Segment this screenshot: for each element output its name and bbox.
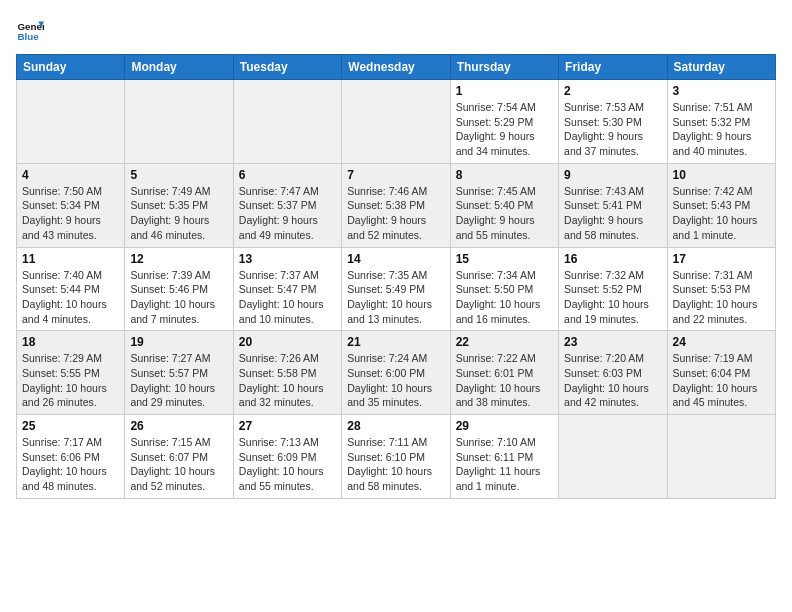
day-number: 16 <box>564 252 661 266</box>
day-info: Sunrise: 7:22 AM Sunset: 6:01 PM Dayligh… <box>456 351 553 410</box>
calendar-day-cell <box>125 80 233 164</box>
day-number: 25 <box>22 419 119 433</box>
calendar-day-cell: 5Sunrise: 7:49 AM Sunset: 5:35 PM Daylig… <box>125 163 233 247</box>
day-info: Sunrise: 7:47 AM Sunset: 5:37 PM Dayligh… <box>239 184 336 243</box>
calendar-day-cell: 18Sunrise: 7:29 AM Sunset: 5:55 PM Dayli… <box>17 331 125 415</box>
calendar-table: SundayMondayTuesdayWednesdayThursdayFrid… <box>16 54 776 499</box>
day-number: 27 <box>239 419 336 433</box>
day-info: Sunrise: 7:19 AM Sunset: 6:04 PM Dayligh… <box>673 351 770 410</box>
calendar-header-row: SundayMondayTuesdayWednesdayThursdayFrid… <box>17 55 776 80</box>
calendar-week-row: 4Sunrise: 7:50 AM Sunset: 5:34 PM Daylig… <box>17 163 776 247</box>
day-number: 19 <box>130 335 227 349</box>
calendar-day-cell: 26Sunrise: 7:15 AM Sunset: 6:07 PM Dayli… <box>125 415 233 499</box>
day-info: Sunrise: 7:32 AM Sunset: 5:52 PM Dayligh… <box>564 268 661 327</box>
day-number: 18 <box>22 335 119 349</box>
day-info: Sunrise: 7:27 AM Sunset: 5:57 PM Dayligh… <box>130 351 227 410</box>
weekday-header: Thursday <box>450 55 558 80</box>
day-info: Sunrise: 7:50 AM Sunset: 5:34 PM Dayligh… <box>22 184 119 243</box>
calendar-day-cell: 10Sunrise: 7:42 AM Sunset: 5:43 PM Dayli… <box>667 163 775 247</box>
day-number: 3 <box>673 84 770 98</box>
day-number: 26 <box>130 419 227 433</box>
day-info: Sunrise: 7:51 AM Sunset: 5:32 PM Dayligh… <box>673 100 770 159</box>
day-info: Sunrise: 7:35 AM Sunset: 5:49 PM Dayligh… <box>347 268 444 327</box>
calendar-day-cell: 4Sunrise: 7:50 AM Sunset: 5:34 PM Daylig… <box>17 163 125 247</box>
day-info: Sunrise: 7:37 AM Sunset: 5:47 PM Dayligh… <box>239 268 336 327</box>
day-number: 14 <box>347 252 444 266</box>
calendar-week-row: 11Sunrise: 7:40 AM Sunset: 5:44 PM Dayli… <box>17 247 776 331</box>
day-info: Sunrise: 7:46 AM Sunset: 5:38 PM Dayligh… <box>347 184 444 243</box>
calendar-day-cell: 1Sunrise: 7:54 AM Sunset: 5:29 PM Daylig… <box>450 80 558 164</box>
day-number: 28 <box>347 419 444 433</box>
day-number: 9 <box>564 168 661 182</box>
calendar-day-cell: 12Sunrise: 7:39 AM Sunset: 5:46 PM Dayli… <box>125 247 233 331</box>
day-number: 24 <box>673 335 770 349</box>
logo-icon: General Blue <box>16 16 44 44</box>
day-number: 4 <box>22 168 119 182</box>
calendar-day-cell: 21Sunrise: 7:24 AM Sunset: 6:00 PM Dayli… <box>342 331 450 415</box>
day-info: Sunrise: 7:34 AM Sunset: 5:50 PM Dayligh… <box>456 268 553 327</box>
day-number: 17 <box>673 252 770 266</box>
day-info: Sunrise: 7:26 AM Sunset: 5:58 PM Dayligh… <box>239 351 336 410</box>
calendar-day-cell: 9Sunrise: 7:43 AM Sunset: 5:41 PM Daylig… <box>559 163 667 247</box>
calendar-day-cell: 11Sunrise: 7:40 AM Sunset: 5:44 PM Dayli… <box>17 247 125 331</box>
weekday-header: Monday <box>125 55 233 80</box>
day-number: 15 <box>456 252 553 266</box>
day-info: Sunrise: 7:39 AM Sunset: 5:46 PM Dayligh… <box>130 268 227 327</box>
calendar-day-cell: 19Sunrise: 7:27 AM Sunset: 5:57 PM Dayli… <box>125 331 233 415</box>
calendar-day-cell: 29Sunrise: 7:10 AM Sunset: 6:11 PM Dayli… <box>450 415 558 499</box>
day-info: Sunrise: 7:17 AM Sunset: 6:06 PM Dayligh… <box>22 435 119 494</box>
day-info: Sunrise: 7:45 AM Sunset: 5:40 PM Dayligh… <box>456 184 553 243</box>
day-number: 10 <box>673 168 770 182</box>
calendar-week-row: 1Sunrise: 7:54 AM Sunset: 5:29 PM Daylig… <box>17 80 776 164</box>
day-number: 7 <box>347 168 444 182</box>
calendar-week-row: 25Sunrise: 7:17 AM Sunset: 6:06 PM Dayli… <box>17 415 776 499</box>
day-number: 11 <box>22 252 119 266</box>
calendar-day-cell: 27Sunrise: 7:13 AM Sunset: 6:09 PM Dayli… <box>233 415 341 499</box>
day-number: 1 <box>456 84 553 98</box>
weekday-header: Friday <box>559 55 667 80</box>
weekday-header: Tuesday <box>233 55 341 80</box>
day-info: Sunrise: 7:24 AM Sunset: 6:00 PM Dayligh… <box>347 351 444 410</box>
day-number: 6 <box>239 168 336 182</box>
day-info: Sunrise: 7:20 AM Sunset: 6:03 PM Dayligh… <box>564 351 661 410</box>
day-info: Sunrise: 7:31 AM Sunset: 5:53 PM Dayligh… <box>673 268 770 327</box>
calendar-day-cell <box>17 80 125 164</box>
day-info: Sunrise: 7:42 AM Sunset: 5:43 PM Dayligh… <box>673 184 770 243</box>
day-info: Sunrise: 7:10 AM Sunset: 6:11 PM Dayligh… <box>456 435 553 494</box>
calendar-day-cell: 28Sunrise: 7:11 AM Sunset: 6:10 PM Dayli… <box>342 415 450 499</box>
day-number: 21 <box>347 335 444 349</box>
calendar-day-cell: 7Sunrise: 7:46 AM Sunset: 5:38 PM Daylig… <box>342 163 450 247</box>
calendar-day-cell: 2Sunrise: 7:53 AM Sunset: 5:30 PM Daylig… <box>559 80 667 164</box>
day-number: 20 <box>239 335 336 349</box>
day-info: Sunrise: 7:15 AM Sunset: 6:07 PM Dayligh… <box>130 435 227 494</box>
calendar-day-cell: 17Sunrise: 7:31 AM Sunset: 5:53 PM Dayli… <box>667 247 775 331</box>
weekday-header: Wednesday <box>342 55 450 80</box>
day-info: Sunrise: 7:13 AM Sunset: 6:09 PM Dayligh… <box>239 435 336 494</box>
day-info: Sunrise: 7:54 AM Sunset: 5:29 PM Dayligh… <box>456 100 553 159</box>
calendar-day-cell: 23Sunrise: 7:20 AM Sunset: 6:03 PM Dayli… <box>559 331 667 415</box>
day-info: Sunrise: 7:11 AM Sunset: 6:10 PM Dayligh… <box>347 435 444 494</box>
calendar-day-cell <box>233 80 341 164</box>
calendar-day-cell: 15Sunrise: 7:34 AM Sunset: 5:50 PM Dayli… <box>450 247 558 331</box>
calendar-day-cell: 25Sunrise: 7:17 AM Sunset: 6:06 PM Dayli… <box>17 415 125 499</box>
day-number: 12 <box>130 252 227 266</box>
calendar-day-cell: 3Sunrise: 7:51 AM Sunset: 5:32 PM Daylig… <box>667 80 775 164</box>
day-number: 8 <box>456 168 553 182</box>
day-number: 23 <box>564 335 661 349</box>
day-number: 13 <box>239 252 336 266</box>
calendar-day-cell: 24Sunrise: 7:19 AM Sunset: 6:04 PM Dayli… <box>667 331 775 415</box>
calendar-day-cell: 6Sunrise: 7:47 AM Sunset: 5:37 PM Daylig… <box>233 163 341 247</box>
day-info: Sunrise: 7:29 AM Sunset: 5:55 PM Dayligh… <box>22 351 119 410</box>
day-info: Sunrise: 7:53 AM Sunset: 5:30 PM Dayligh… <box>564 100 661 159</box>
calendar-day-cell: 14Sunrise: 7:35 AM Sunset: 5:49 PM Dayli… <box>342 247 450 331</box>
calendar-day-cell: 20Sunrise: 7:26 AM Sunset: 5:58 PM Dayli… <box>233 331 341 415</box>
calendar-day-cell <box>559 415 667 499</box>
page-header: General Blue <box>16 16 776 44</box>
day-number: 22 <box>456 335 553 349</box>
weekday-header: Sunday <box>17 55 125 80</box>
day-number: 2 <box>564 84 661 98</box>
day-number: 5 <box>130 168 227 182</box>
calendar-day-cell: 16Sunrise: 7:32 AM Sunset: 5:52 PM Dayli… <box>559 247 667 331</box>
day-info: Sunrise: 7:49 AM Sunset: 5:35 PM Dayligh… <box>130 184 227 243</box>
calendar-day-cell <box>342 80 450 164</box>
